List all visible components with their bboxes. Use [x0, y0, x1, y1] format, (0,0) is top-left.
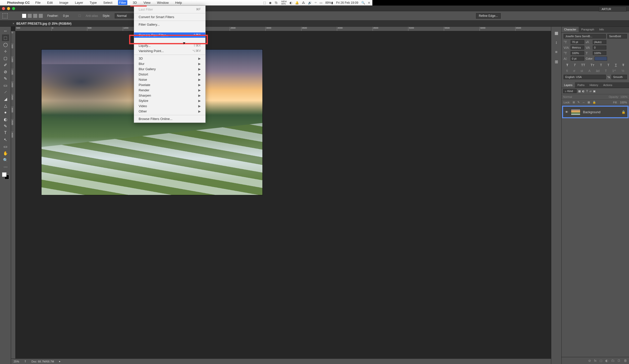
annotation-filter-underline — [130, 4, 147, 7]
menu-item-filter-gallery[interactable]: Filter Gallery... — [134, 22, 205, 27]
siri-icon[interactable]: ◐ — [290, 1, 292, 5]
menu-item-sharpen[interactable]: Sharpen▶ — [134, 93, 205, 98]
zoom-tool[interactable]: 🔍 — [2, 157, 9, 163]
color-swatch[interactable] — [2, 172, 9, 179]
menu-extras-icon[interactable]: ≡ — [368, 1, 370, 5]
stamp-tool[interactable]: ▭ — [2, 82, 9, 89]
lasso-tool[interactable]: ◯ — [2, 41, 9, 48]
menu-item-noise[interactable]: Noise▶ — [134, 77, 205, 82]
healing-tool[interactable]: ⊘ — [2, 68, 9, 75]
menu-item-blur[interactable]: Blur▶ — [134, 61, 205, 66]
antialias-label: Anti-alias — [86, 14, 98, 18]
edit-toolbar-icon[interactable]: ⋯ — [2, 164, 9, 170]
menu-item-3d[interactable]: 3D▶ — [134, 56, 205, 61]
menu-item-render[interactable]: Render▶ — [134, 88, 205, 93]
marquee-tool-icon[interactable] — [3, 13, 8, 18]
crop-tool[interactable]: ▢ — [2, 55, 9, 61]
menu-type[interactable]: Type — [89, 0, 98, 5]
close-tab-icon[interactable]: × — [13, 22, 14, 25]
close-window-icon[interactable] — [2, 7, 5, 10]
filter-menu-dropdown: Last Filter⌘FConvert for Smart FiltersFi… — [134, 6, 206, 123]
intersect-selection-icon[interactable] — [39, 14, 43, 18]
fullscreen-window-icon[interactable] — [12, 7, 15, 10]
menu-item-stylize[interactable]: Stylize▶ — [134, 98, 205, 103]
menu-item-vanishing-point[interactable]: Vanishing Point...⌥⌘V — [134, 48, 205, 54]
notification-icon[interactable]: 🔔 — [295, 1, 299, 5]
feather-label: Feather: — [47, 14, 59, 18]
battery-icon[interactable]: 89% ▮ — [325, 1, 333, 5]
menu-item-distort[interactable]: Distort▶ — [134, 72, 205, 77]
menu-select[interactable]: Select — [102, 0, 113, 5]
history-brush-tool[interactable]: ⟋ — [2, 89, 9, 95]
app-name[interactable]: Photoshop CC — [7, 1, 30, 5]
pen-tool[interactable]: ✎ — [2, 123, 9, 129]
document-tab-title[interactable]: BEART PRESETS.jpg @ 25% (RGB/8#) — [16, 22, 71, 25]
tools-panel: ↔ ⬚ ◯ ✧ ▢ ✐ ⊘ ✎ ▭ ⟋ ◢ △ ● ◐ ✎ T ↖ ▭ ✋ 🔍 … — [0, 27, 11, 215]
wifi-icon[interactable]: ⌔ — [315, 1, 317, 5]
annotation-camera-raw-highlight — [129, 35, 208, 44]
style-label: Style: — [103, 14, 110, 18]
shape-tool[interactable]: ▭ — [2, 143, 9, 150]
menu-item-pixelate[interactable]: Pixelate▶ — [134, 82, 205, 88]
blur-tool[interactable]: ● — [2, 109, 9, 116]
menu-edit[interactable]: Edit — [46, 0, 54, 5]
gradient-tool[interactable]: △ — [2, 102, 9, 109]
selection-mode-icons — [22, 14, 43, 18]
evernote-icon[interactable]: 🐘 — [274, 1, 278, 5]
dodge-tool[interactable]: ◐ — [2, 116, 9, 123]
datetime[interactable]: Fri 26 Feb 19:09 — [336, 1, 358, 5]
eyedropper-tool[interactable]: ✐ — [2, 62, 9, 68]
menu-window[interactable]: Window — [156, 0, 170, 5]
eraser-tool[interactable]: ◢ — [2, 96, 9, 102]
minimize-window-icon[interactable] — [7, 7, 10, 10]
menubar-right: ⬚ ◉ 🐘 MEM 90% ◐ 🔔 ⁂ 🔊 ⌔ ▭ 89% ▮ Fri 26 F… — [263, 1, 370, 5]
menu-item-last-filter: Last Filter⌘F — [134, 7, 205, 12]
hand-tool[interactable]: ✋ — [2, 150, 9, 156]
foreground-color-swatch[interactable] — [2, 172, 7, 177]
bluetooth-icon[interactable]: ⁂ — [302, 1, 305, 5]
memory-icon[interactable]: MEM 90% — [281, 1, 287, 5]
path-select-tool[interactable]: ↖ — [2, 136, 9, 143]
style-dropdown[interactable]: Normal — [115, 13, 134, 18]
menu-item-blur-gallery[interactable]: Blur Gallery▶ — [134, 66, 205, 72]
menu-file[interactable]: File — [34, 0, 42, 5]
add-selection-icon[interactable] — [28, 14, 32, 18]
menu-item-other[interactable]: Other▶ — [134, 109, 205, 114]
volume-icon[interactable]: 🔊 — [308, 1, 312, 5]
menu-filter[interactable]: Filter — [118, 0, 127, 5]
new-selection-icon[interactable] — [22, 14, 26, 18]
spotlight-icon[interactable]: 🔍 — [361, 1, 365, 5]
subtract-selection-icon[interactable] — [33, 14, 37, 18]
ruler-vertical[interactable]: 05001000150020002500300035004000 — [11, 31, 16, 215]
macos-menubar: Photoshop CC File Edit Image Layer Type … — [0, 0, 372, 6]
window-controls — [2, 7, 15, 10]
menu-layer[interactable]: Layer — [74, 0, 84, 5]
menu-item-convert-for-smart-filters[interactable]: Convert for Smart Filters — [134, 14, 205, 20]
cc-icon[interactable]: ◉ — [269, 1, 271, 5]
move-tool[interactable]: ↔ — [2, 28, 9, 34]
marquee-tool[interactable]: ⬚ — [2, 34, 9, 41]
feather-value[interactable]: 0 px — [63, 14, 69, 18]
quick-select-tool[interactable]: ✧ — [2, 48, 9, 55]
menu-item-video[interactable]: Video▶ — [134, 103, 205, 109]
menu-image[interactable]: Image — [58, 0, 69, 5]
dropbox-icon[interactable]: ⬚ — [263, 1, 266, 5]
display-icon[interactable]: ▭ — [320, 1, 322, 5]
type-tool[interactable]: T — [2, 130, 9, 136]
menu-item-browse-filters-online[interactable]: Browse Filters Online... — [134, 116, 205, 122]
menu-help[interactable]: Help — [174, 0, 183, 5]
brush-tool[interactable]: ✎ — [2, 75, 9, 82]
